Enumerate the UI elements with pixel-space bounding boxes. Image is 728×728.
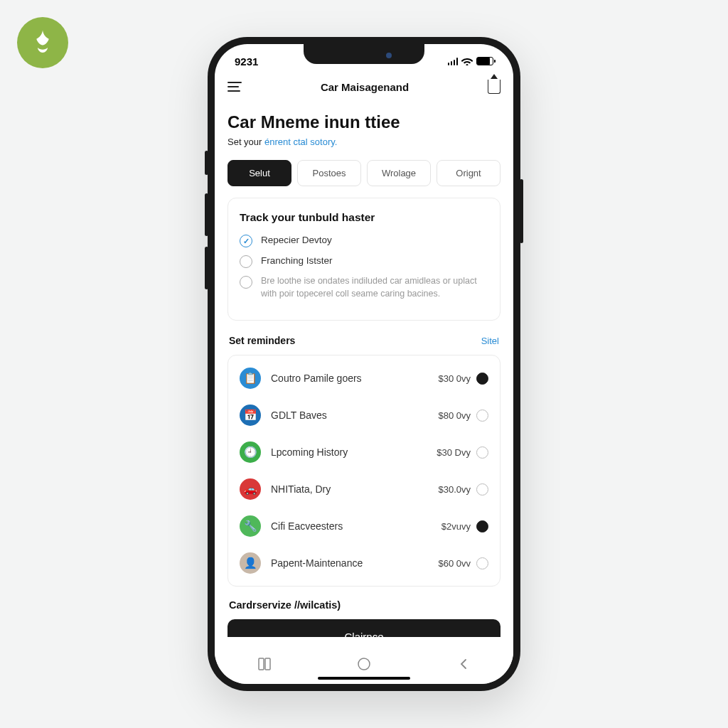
reminder-label: NHITiata, Dry — [271, 483, 428, 495]
svg-rect-1 — [265, 658, 270, 670]
notch — [304, 44, 424, 64]
share-icon[interactable] — [488, 80, 500, 94]
navbar: Car Maisagenand — [215, 73, 513, 104]
brand-logo — [17, 17, 68, 68]
tabs: SelutPostoesWrolageOrignt — [228, 160, 500, 186]
toggle-dot[interactable] — [476, 483, 488, 496]
home-icon[interactable] — [356, 656, 372, 672]
menu-icon[interactable] — [228, 82, 242, 92]
svg-rect-0 — [259, 658, 264, 670]
radio-icon — [240, 255, 252, 268]
reminder-item-3[interactable]: 🚗NHITiata, Dry$30.0vy — [238, 471, 490, 508]
reminders-title: Set reminders — [229, 335, 295, 346]
reminder-value: $80 0vy — [438, 410, 471, 421]
reminder-item-0[interactable]: 📋Coutro Pamile goers$30 0vy — [238, 360, 490, 397]
primary-cta-button[interactable]: Clairnce — [228, 619, 500, 637]
wifi-icon — [461, 57, 473, 65]
signal-icon — [448, 58, 459, 65]
reminder-item-1[interactable]: 📅GDLT Baves$80 0vy — [238, 397, 490, 434]
back-icon[interactable] — [456, 657, 471, 671]
radio-icon — [240, 276, 252, 289]
reminder-item-2[interactable]: 🕘Lpcoming History$30 Dvy — [238, 434, 490, 471]
reminders-header: Set reminders Sitel — [229, 335, 499, 346]
tab-0[interactable]: Selut — [228, 160, 291, 186]
reminder-label: Lpcoming History — [271, 446, 427, 458]
track-option-1[interactable]: Franching Istster — [240, 255, 488, 268]
system-nav — [215, 644, 513, 684]
reminder-value: $30 0vy — [438, 373, 471, 384]
reminders-action-link[interactable]: Sitel — [481, 336, 499, 346]
tab-1[interactable]: Postoes — [297, 160, 361, 186]
home-indicator[interactable] — [318, 677, 410, 680]
battery-icon — [476, 57, 493, 65]
bottom-section-label: Cardrservize //wilcatis) — [229, 599, 499, 611]
phone-frame: 9231 Car Maisagenand Car Mneme inun ttie… — [208, 37, 520, 691]
reminder-value: $2vuvy — [441, 521, 471, 532]
svg-point-2 — [358, 658, 370, 670]
track-option-0[interactable]: Repecier Devtoy — [240, 234, 488, 247]
reminder-label: Coutro Pamile goers — [271, 373, 428, 384]
toggle-dot[interactable] — [476, 557, 488, 569]
tab-2[interactable]: Wrolage — [367, 160, 431, 186]
wrench-icon: 🔧 — [240, 515, 261, 537]
reminder-label: GDLT Baves — [271, 410, 428, 421]
page-subtitle: Set your énrent ctal sotory. — [228, 136, 500, 147]
reminder-item-4[interactable]: 🔧Cifi Eacveesters$2vuvy — [238, 508, 490, 545]
screen: 9231 Car Maisagenand Car Mneme inun ttie… — [215, 44, 513, 684]
status-time: 9231 — [235, 55, 258, 68]
toggle-dot[interactable] — [476, 520, 488, 532]
toggle-dot[interactable] — [476, 446, 488, 459]
calendar-icon: 📅 — [240, 405, 261, 426]
toggle-dot[interactable] — [476, 410, 488, 422]
reminder-value: $30.0vy — [438, 484, 471, 495]
avatar-icon: 👤 — [240, 552, 261, 574]
track-card: Track your tunbuld haster Repecier Devto… — [228, 198, 500, 321]
reminder-value: $60 0vv — [438, 558, 471, 569]
history-icon: 🕘 — [240, 441, 261, 463]
tab-3[interactable]: Orignt — [437, 160, 500, 186]
recent-apps-icon[interactable] — [257, 657, 272, 671]
reminder-label: Papent-Maintenance — [271, 557, 428, 569]
status-icons — [448, 57, 494, 65]
track-card-title: Track your tunbuld haster — [240, 211, 488, 224]
content: Car Mneme inun ttiee Set your énrent cta… — [215, 104, 513, 637]
reminder-item-5[interactable]: 👤Papent-Maintenance$60 0vv — [238, 545, 490, 582]
subtitle-link[interactable]: énrent ctal sotory. — [264, 136, 337, 147]
reminders-list: 📋Coutro Pamile goers$30 0vy📅GDLT Baves$8… — [228, 355, 500, 587]
reminder-value: $30 Dvy — [437, 447, 471, 458]
radio-icon — [240, 235, 252, 247]
toggle-dot[interactable] — [476, 373, 488, 385]
clipboard-icon: 📋 — [240, 368, 261, 389]
track-option-2[interactable]: Bre loothe ise ondates indiluded car ami… — [240, 275, 488, 300]
page-title: Car Mneme inun ttiee — [228, 112, 500, 132]
reminder-label: Cifi Eacveesters — [271, 520, 432, 532]
navbar-title: Car Maisagenand — [321, 81, 409, 93]
car-icon: 🚗 — [240, 478, 261, 500]
